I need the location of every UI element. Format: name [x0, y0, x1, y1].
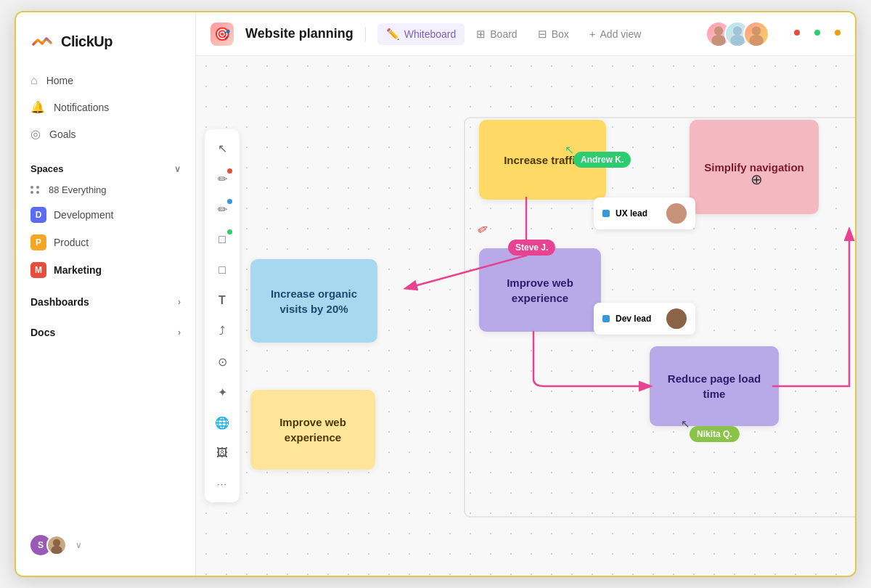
tool-connect[interactable]: ⊙ — [209, 348, 235, 375]
svg-point-3 — [711, 34, 726, 46]
card-ux-lead: UX lead — [594, 197, 695, 229]
nikita-label-text: Nikita Q. — [697, 429, 732, 439]
spaces-label: Spaces — [30, 163, 64, 174]
dot-green — [814, 30, 820, 36]
dashboards-chevron: › — [178, 297, 181, 307]
tab-whiteboard[interactable]: ✏️ Whiteboard — [377, 23, 465, 45]
tool-pen-dot — [227, 168, 232, 173]
whiteboard-toolbar: ↖ ✏ ✏ □ □ T ⤴ ⊙ — [205, 129, 240, 502]
add-view-label: Add view — [600, 28, 642, 40]
whiteboard-tab-label: Whiteboard — [404, 28, 457, 40]
note-improve-web-exp[interactable]: Improve web experience — [479, 248, 601, 332]
home-icon: ⌂ — [30, 74, 38, 87]
main-content: 🎯 Website planning ✏️ Whiteboard ⊞ Board… — [196, 12, 855, 576]
tool-globe[interactable]: 🌐 — [209, 409, 235, 436]
project-title: Website planning — [245, 26, 353, 41]
tool-text[interactable]: T — [209, 287, 235, 314]
dev-lead-avatar — [666, 309, 687, 329]
tool-select[interactable]: ↖ — [209, 135, 235, 161]
tool-arrow[interactable]: ⤴ — [209, 318, 235, 344]
dot-orange — [835, 30, 841, 36]
whiteboard-tab-icon: ✏️ — [386, 28, 400, 41]
development-icon: D — [30, 207, 46, 223]
bell-icon: 🔔 — [30, 100, 45, 114]
tool-pencil-dot — [227, 199, 232, 204]
sidebar-notifications-label: Notifications — [54, 102, 109, 113]
board-tab-icon: ⊞ — [476, 28, 486, 41]
sidebar: ClickUp ⌂ Home 🔔 Notifications ◎ Goals — [16, 12, 196, 576]
svg-point-0 — [53, 539, 60, 546]
tab-board[interactable]: ⊞ Board — [467, 23, 526, 45]
svg-point-2 — [714, 26, 723, 35]
sidebar-item-product[interactable]: P Product — [22, 229, 189, 256]
dashboards-label: Dashboards — [30, 296, 89, 308]
dashboards-toggle[interactable]: Dashboards › — [22, 290, 189, 314]
tool-rectangle[interactable]: □ — [209, 226, 235, 253]
note-reduce-page-text: Reduce page load time — [661, 371, 767, 401]
user-label-steve: Steve J. — [508, 240, 555, 256]
note-improve-web-bottom-text: Improve web experience — [262, 415, 364, 445]
note-reduce-page[interactable]: Reduce page load time — [650, 346, 779, 426]
tool-note[interactable]: □ — [209, 257, 235, 283]
board-tab-label: Board — [490, 28, 517, 40]
steve-label-text: Steve J. — [515, 242, 548, 253]
sidebar-item-everything[interactable]: 88 Everything — [22, 179, 189, 201]
box-tab-icon: ⊟ — [538, 28, 547, 41]
andrew-label-text: Andrew K. — [581, 155, 623, 165]
ux-lead-label: UX lead — [616, 208, 647, 219]
goals-icon: ◎ — [30, 127, 41, 141]
note-increase-organic[interactable]: Increase organic visits by 20% — [250, 259, 377, 343]
everything-label: 88 Everything — [49, 184, 107, 195]
tool-more[interactable]: ··· — [209, 470, 235, 497]
tool-sparkle[interactable]: ✦ — [209, 379, 235, 405]
card-dev-lead: Dev lead — [594, 303, 695, 335]
tool-rect-dot — [227, 229, 232, 234]
dev-lead-label: Dev lead — [616, 314, 651, 324]
tool-image[interactable]: 🖼 — [209, 440, 235, 466]
marketing-label: Marketing — [54, 264, 102, 276]
svg-point-7 — [749, 34, 764, 46]
spaces-section: Spaces ∨ 88 Everything D Development — [16, 159, 195, 284]
svg-point-1 — [51, 546, 62, 555]
chevron-down-icon: ∨ — [75, 540, 82, 550]
svg-point-11 — [670, 214, 683, 224]
note-simplify-nav[interactable]: Simplify navigation — [690, 120, 819, 214]
note-improve-web-bottom[interactable]: Improve web experience — [250, 390, 375, 470]
sidebar-item-notifications[interactable]: 🔔 Notifications — [22, 94, 189, 121]
cursor-nikita: ↖ — [681, 417, 690, 430]
spaces-chevron: ∨ — [174, 164, 181, 174]
tab-box[interactable]: ⊟ Box — [529, 23, 578, 45]
header-avatars — [706, 21, 769, 47]
whiteboard-canvas[interactable]: ↖ ✏ ✏ □ □ T ⤴ ⊙ — [196, 56, 855, 576]
tab-add-view[interactable]: + Add view — [581, 23, 650, 44]
dashboards-section: Dashboards › — [16, 290, 195, 314]
user-label-nikita: Nikita Q. — [690, 426, 740, 442]
sidebar-goals-label: Goals — [49, 128, 76, 140]
ux-lead-avatar — [666, 203, 687, 224]
spaces-header[interactable]: Spaces ∨ — [22, 159, 189, 179]
note-increase-organic-text: Increase organic visits by 20% — [262, 286, 366, 317]
ux-lead-indicator — [602, 210, 610, 217]
dot-red — [794, 30, 800, 36]
svg-point-10 — [672, 206, 681, 215]
tool-pen-plus[interactable]: ✏ — [209, 166, 235, 192]
header-divider — [365, 27, 366, 41]
product-label: Product — [54, 237, 89, 248]
move-cursor: ⊕ — [751, 171, 763, 188]
docs-toggle[interactable]: Docs › — [22, 320, 189, 345]
sidebar-item-goals[interactable]: ◎ Goals — [22, 121, 189, 147]
sidebar-home-label: Home — [46, 75, 73, 86]
nav-section: ⌂ Home 🔔 Notifications ◎ Goals — [16, 68, 195, 147]
development-label: Development — [54, 209, 114, 221]
logo-area: ClickUp — [16, 24, 195, 68]
avatar-dots — [784, 33, 841, 36]
svg-point-13 — [670, 319, 683, 329]
sidebar-item-marketing[interactable]: M Marketing — [22, 256, 189, 284]
note-improve-web-text: Improve web experience — [491, 275, 589, 306]
sidebar-item-development[interactable]: D Development — [22, 201, 189, 229]
sidebar-item-home[interactable]: ⌂ Home — [22, 68, 189, 94]
tool-pencil[interactable]: ✏ — [209, 196, 235, 222]
logo-text: ClickUp — [61, 33, 113, 50]
cursor-andrew: ↖ — [565, 143, 574, 157]
clickup-logo-icon — [30, 30, 54, 53]
